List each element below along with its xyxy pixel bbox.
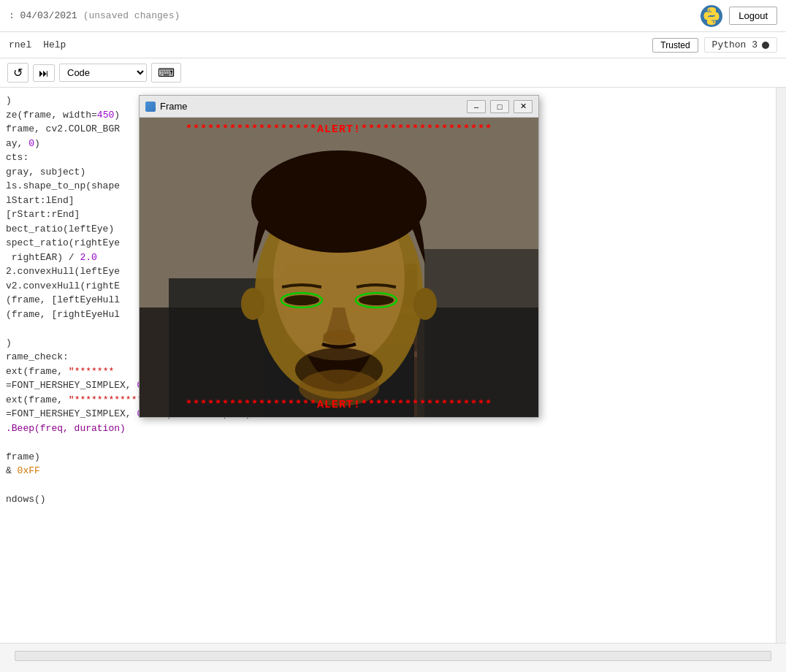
float-maximize-button[interactable]: □ xyxy=(490,100,509,113)
python-icon xyxy=(700,4,723,28)
svg-point-19 xyxy=(323,329,355,344)
menu-bar: rnel Help Trusted Python 3 xyxy=(0,32,786,58)
svg-point-16 xyxy=(284,295,319,305)
top-bar-actions: Logout xyxy=(700,4,777,28)
float-window-icon xyxy=(145,102,156,112)
svg-point-14 xyxy=(413,288,437,320)
horizontal-scrollbar[interactable] xyxy=(15,651,771,661)
refresh-button[interactable]: ↺ xyxy=(7,63,28,83)
notebook-title: : 04/03/2021 xyxy=(9,10,77,21)
unsaved-indicator: (unsaved changes) xyxy=(83,10,180,21)
float-titlebar[interactable]: Frame – □ ✕ xyxy=(140,96,538,118)
svg-rect-8 xyxy=(424,249,538,417)
skip-button[interactable]: ⏭ xyxy=(33,64,55,82)
top-bar-title-area: : 04/03/2021 (unsaved changes) xyxy=(9,10,180,21)
float-close-button[interactable]: ✕ xyxy=(514,100,533,113)
svg-point-13 xyxy=(241,288,264,320)
float-content: ******************ALERT!****************… xyxy=(140,118,538,417)
kernel-name: Python 3 xyxy=(712,39,758,50)
cell-type-select[interactable]: Code Markdown Raw xyxy=(59,64,147,82)
kernel-indicator: Python 3 xyxy=(704,37,777,53)
code-line: & 0xFF xyxy=(0,464,776,478)
float-title-area: Frame xyxy=(145,101,188,112)
face-svg-container xyxy=(140,118,538,417)
face-image xyxy=(140,118,538,417)
face-display: ******************ALERT!****************… xyxy=(140,118,538,417)
logout-button[interactable]: Logout xyxy=(729,7,777,25)
float-window-controls: – □ ✕ xyxy=(467,100,533,113)
menu-items: rnel Help xyxy=(9,39,66,50)
code-line: frame) xyxy=(0,450,776,465)
menu-help[interactable]: Help xyxy=(43,39,66,50)
top-bar: : 04/03/2021 (unsaved changes) Logout xyxy=(0,0,786,32)
float-window: Frame – □ ✕ ******************ALERT!****… xyxy=(139,95,539,418)
menu-kernel[interactable]: rnel xyxy=(9,39,31,50)
code-line: .Beep(freq, duration) xyxy=(0,421,776,436)
code-line xyxy=(0,435,776,450)
float-window-title: Frame xyxy=(160,101,188,112)
code-line xyxy=(0,478,776,493)
main-content: ) ze(frame, width=450) frame, cv2.COLOR_… xyxy=(0,88,786,672)
float-minimize-button[interactable]: – xyxy=(467,100,486,113)
alert-top-text: ******************ALERT!****************… xyxy=(140,123,538,136)
keyboard-shortcut-button[interactable]: ⌨ xyxy=(151,63,181,83)
toolbar: ↺ ⏭ Code Markdown Raw ⌨ xyxy=(0,58,786,88)
alert-bottom-text: ******************ALERT!****************… xyxy=(140,399,538,411)
kernel-status-dot xyxy=(762,42,769,49)
menu-right: Trusted Python 3 xyxy=(652,37,777,53)
svg-point-18 xyxy=(359,295,394,305)
scrollbar[interactable] xyxy=(776,88,786,672)
bottom-area xyxy=(0,643,786,672)
keyboard-icon: ⌨ xyxy=(158,66,175,79)
code-line: ndows() xyxy=(0,492,776,507)
trusted-button[interactable]: Trusted xyxy=(652,38,698,53)
